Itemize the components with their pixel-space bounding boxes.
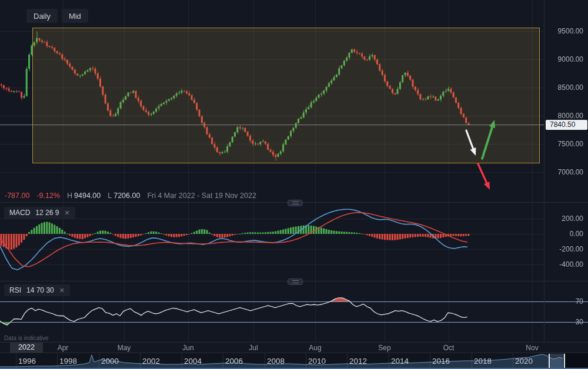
pane-resize-handle-rsi[interactable] — [288, 279, 303, 285]
price-tick-label: 9000.00 — [547, 55, 583, 63]
macd-tick-label: -200.00 — [547, 245, 583, 253]
highlight-box-drawing[interactable] — [32, 28, 540, 163]
scrubber-year-label: 2002 — [142, 357, 160, 365]
macd-params: 12 26 9 — [35, 209, 59, 217]
grip-icon — [292, 202, 299, 204]
rsi-level-label: 70 — [547, 297, 583, 306]
price-tick-label: 9500.00 — [547, 27, 583, 35]
month-label: Oct — [443, 344, 455, 352]
rsi-close-icon[interactable]: ✕ — [59, 287, 65, 294]
footnote: Data is indicative — [4, 335, 49, 341]
scrubber-year-label: 2000 — [101, 357, 119, 365]
macd-tick-label: 200.00 — [547, 214, 583, 223]
rsi-params: 14 70 30 — [26, 286, 54, 294]
month-label: Sep — [378, 344, 390, 352]
macd-indicator-label[interactable]: MACD 12 26 9 ✕ — [4, 207, 75, 219]
scrubber-year-label: 1998 — [59, 357, 77, 365]
change-percent: -9.12% — [36, 192, 60, 200]
rsi-title: RSI — [9, 286, 21, 294]
scrubber-year-label: 2018 — [474, 357, 492, 365]
price-tick-label: 8500.00 — [547, 83, 583, 92]
rsi-level-label: 30 — [547, 318, 583, 326]
month-label: May — [118, 344, 131, 352]
date-range: Fri 4 Mar 2022 - Sat 19 Nov 2022 — [147, 192, 256, 200]
scrubber-year-label: 2004 — [184, 357, 202, 365]
month-label: Nov — [526, 344, 538, 352]
month-label: Apr — [58, 344, 69, 352]
interval-daily-button[interactable]: Daily — [26, 9, 58, 23]
price-tick-label: 7500.00 — [547, 140, 583, 148]
scrubber-selection-window[interactable] — [549, 354, 565, 368]
scrubber-year-label: 2014 — [391, 357, 409, 365]
scrubber-year-label: 2012 — [349, 357, 367, 365]
last-price-label: 7840.50 — [546, 120, 587, 130]
scrubber-year-label: 2016 — [432, 357, 450, 365]
scrubber-year-label: 2020 — [515, 357, 533, 365]
last-price-line — [0, 125, 544, 125]
high-value: H9494.00 — [67, 192, 101, 200]
scrubber-year-label: 2008 — [267, 357, 285, 365]
mid-button[interactable]: Mid — [62, 9, 88, 23]
rsi-indicator-label[interactable]: RSI 14 70 30 ✕ — [4, 284, 70, 296]
grip-icon — [292, 280, 299, 283]
month-label: Aug — [309, 344, 321, 352]
scrubber-year-label: 1996 — [18, 357, 36, 365]
macd-close-icon[interactable]: ✕ — [64, 209, 69, 217]
scrubber-year-label: 2006 — [225, 357, 243, 365]
change-value: -787.00 — [5, 192, 29, 200]
month-label: Jun — [182, 344, 193, 352]
macd-title: MACD — [9, 209, 30, 217]
trading-chart-window: Daily Mid -787.00 -9.12% H9494.00 L7206.… — [0, 0, 588, 369]
toolbar: Daily Mid — [26, 9, 88, 23]
month-label: Jul — [249, 344, 258, 352]
low-value: L7206.00 — [108, 192, 140, 200]
pane-resize-handle-macd[interactable] — [288, 200, 303, 206]
current-year-label: 2022 — [10, 343, 43, 353]
macd-tick-label: 0.00 — [547, 230, 583, 238]
status-line: -787.00 -9.12% H9494.00 L7206.00 Fri 4 M… — [5, 192, 256, 200]
price-tick-label: 7000.00 — [547, 168, 583, 176]
scrubber-year-label: 2010 — [308, 357, 326, 365]
price-tick-label: 8000.00 — [547, 112, 583, 120]
macd-tick-label: -400.00 — [547, 260, 583, 269]
